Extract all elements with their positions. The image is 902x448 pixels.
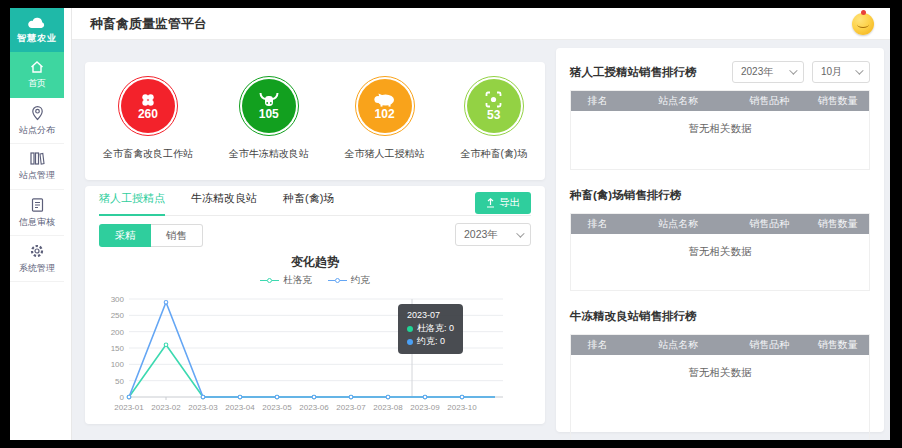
- chart-title: 变化趋势: [99, 254, 531, 271]
- ranking-title: 种畜(禽)场销售排行榜: [570, 188, 681, 203]
- sidebar-item-label: 信息审核: [19, 216, 55, 229]
- ranking-table: 排名 站点名称 销售品种 销售数量 暂无相关数据: [570, 334, 870, 440]
- table-header: 排名 站点名称 销售品种 销售数量: [571, 214, 869, 234]
- stat-cattle-stations: 105 全市牛冻精改良站: [229, 76, 309, 161]
- svg-text:2023-06: 2023-06: [299, 403, 329, 412]
- ranking-month-select[interactable]: 10月: [812, 61, 870, 83]
- stats-card: 260 全市畜禽改良工作站 105 全市牛冻精改良站: [85, 62, 545, 180]
- main-content: 260 全市畜禽改良工作站 105 全市牛冻精改良站: [72, 40, 890, 440]
- chart-legend: 杜洛克 约克: [99, 274, 531, 287]
- legend-york[interactable]: 约克: [328, 274, 370, 287]
- logo-label: 智慧农业: [17, 32, 57, 45]
- stat-value: 105: [259, 108, 279, 120]
- stat-improvement-stations: 260 全市畜禽改良工作站: [103, 76, 193, 161]
- stat-label: 全市种畜(禽)场: [460, 147, 527, 161]
- stat-label: 全市牛冻精改良站: [229, 147, 309, 161]
- svg-text:2023-09: 2023-09: [410, 403, 440, 412]
- svg-text:2023-03: 2023-03: [188, 403, 218, 412]
- stat-label: 全市猪人工授精站: [345, 147, 425, 161]
- gear-icon: [29, 243, 45, 259]
- table-header: 排名 站点名称 销售品种 销售数量: [571, 335, 869, 355]
- stat-value: 53: [487, 109, 500, 121]
- tab-breeding-farm[interactable]: 种畜(禽)场: [283, 191, 334, 215]
- stat-label: 全市畜禽改良工作站: [103, 147, 193, 161]
- sidebar-item-label: 站点分布: [19, 124, 55, 137]
- stat-value: 102: [375, 108, 395, 120]
- ranking-table: 排名 站点名称 销售品种 销售数量 暂无相关数据: [570, 213, 870, 291]
- svg-text:100: 100: [111, 360, 125, 369]
- ranking-title: 猪人工授精站销售排行榜: [570, 65, 697, 80]
- trend-tabs: 猪人工授精点 牛冻精改良站 种畜(禽)场 导出: [99, 186, 531, 216]
- trend-card: 猪人工授精点 牛冻精改良站 种畜(禽)场 导出 采精 销售 2023年 变化趋势: [85, 186, 545, 424]
- tab-cattle-station[interactable]: 牛冻精改良站: [191, 191, 257, 215]
- collect-mode-button[interactable]: 采精: [99, 224, 151, 247]
- svg-text:2023-05: 2023-05: [262, 403, 292, 412]
- audit-document-icon: [30, 197, 45, 213]
- sidebar-item-system-management[interactable]: 系统管理: [10, 236, 64, 282]
- library-icon: [29, 151, 45, 166]
- svg-text:2023-02: 2023-02: [151, 403, 181, 412]
- home-icon: [29, 60, 45, 74]
- svg-text:2023-07: 2023-07: [336, 403, 366, 412]
- svg-text:2023-01: 2023-01: [114, 403, 144, 412]
- chevron-down-icon: [789, 66, 797, 74]
- ranking-cattle-station: 牛冻精改良站销售排行榜 排名 站点名称 销售品种 销售数量 暂无相关数据: [570, 304, 870, 440]
- app-window: 智慧农业 首页 站点分布 站点管理: [10, 8, 890, 440]
- stat-breeding-farms: 53 全市种畜(禽)场: [460, 76, 527, 161]
- svg-text:250: 250: [111, 311, 125, 320]
- cloud-logo-icon: [26, 15, 48, 30]
- ranking-title: 牛冻精改良站销售排行榜: [570, 309, 697, 324]
- empty-state: 暂无相关数据: [571, 234, 869, 290]
- svg-text:200: 200: [111, 328, 125, 337]
- sales-mode-button[interactable]: 销售: [151, 224, 203, 247]
- sidebar: 智慧农业 首页 站点分布 站点管理: [10, 8, 72, 440]
- sidebar-item-label: 系统管理: [19, 262, 55, 275]
- bull-icon: [259, 92, 279, 107]
- sidebar-item-label: 站点管理: [19, 169, 55, 182]
- chevron-down-icon: [516, 229, 524, 237]
- svg-text:50: 50: [115, 377, 124, 386]
- line-chart-canvas[interactable]: 0501001502002503002023-012023-022023-032…: [99, 289, 531, 423]
- sidebar-item-site-management[interactable]: 站点管理: [10, 144, 64, 190]
- ranking-pig-ai: 猪人工授精站销售排行榜 2023年 10月 排名: [570, 60, 870, 170]
- sidebar-item-site-distribution[interactable]: 站点分布: [10, 98, 64, 144]
- svg-text:2023-10: 2023-10: [447, 403, 477, 412]
- app-logo: 智慧农业: [10, 8, 64, 52]
- location-pin-icon: [30, 105, 45, 121]
- sidebar-item-label: 首页: [28, 77, 46, 90]
- clover-icon: [141, 93, 155, 107]
- svg-text:0: 0: [120, 393, 125, 402]
- sidebar-item-info-review[interactable]: 信息审核: [10, 190, 64, 236]
- ranking-breeding-farm: 种畜(禽)场销售排行榜 排名 站点名称 销售品种 销售数量 暂无相关数据: [570, 183, 870, 291]
- export-button[interactable]: 导出: [475, 192, 531, 214]
- table-header: 排名 站点名称 销售品种 销售数量: [571, 91, 869, 111]
- upload-icon: [486, 198, 495, 208]
- scan-icon: [485, 91, 502, 108]
- svg-text:2023-04: 2023-04: [225, 403, 255, 412]
- tab-pig-ai-point[interactable]: 猪人工授精点: [99, 191, 165, 215]
- stat-value: 260: [138, 108, 158, 120]
- legend-duroc[interactable]: 杜洛克: [260, 274, 312, 287]
- header: 种畜禽质量监管平台: [72, 8, 890, 40]
- user-avatar[interactable]: [852, 13, 874, 35]
- trend-chart[interactable]: 0501001502002503002023-012023-022023-032…: [99, 289, 531, 427]
- ranking-table: 排名 站点名称 销售品种 销售数量 暂无相关数据: [570, 90, 870, 170]
- pig-icon: [374, 92, 395, 107]
- svg-text:300: 300: [111, 295, 125, 304]
- ranking-year-select[interactable]: 2023年: [732, 61, 804, 83]
- svg-text:150: 150: [111, 344, 125, 353]
- stat-pig-stations: 102 全市猪人工授精站: [345, 76, 425, 161]
- chevron-down-icon: [855, 66, 863, 74]
- trend-year-select[interactable]: 2023年: [455, 223, 531, 246]
- sidebar-item-home[interactable]: 首页: [10, 52, 64, 98]
- rankings-card: 猪人工授精站销售排行榜 2023年 10月 排名: [556, 48, 884, 432]
- page-title: 种畜禽质量监管平台: [90, 15, 207, 33]
- empty-state: 暂无相关数据: [571, 355, 869, 440]
- svg-text:2023-08: 2023-08: [373, 403, 403, 412]
- empty-state: 暂无相关数据: [571, 111, 869, 169]
